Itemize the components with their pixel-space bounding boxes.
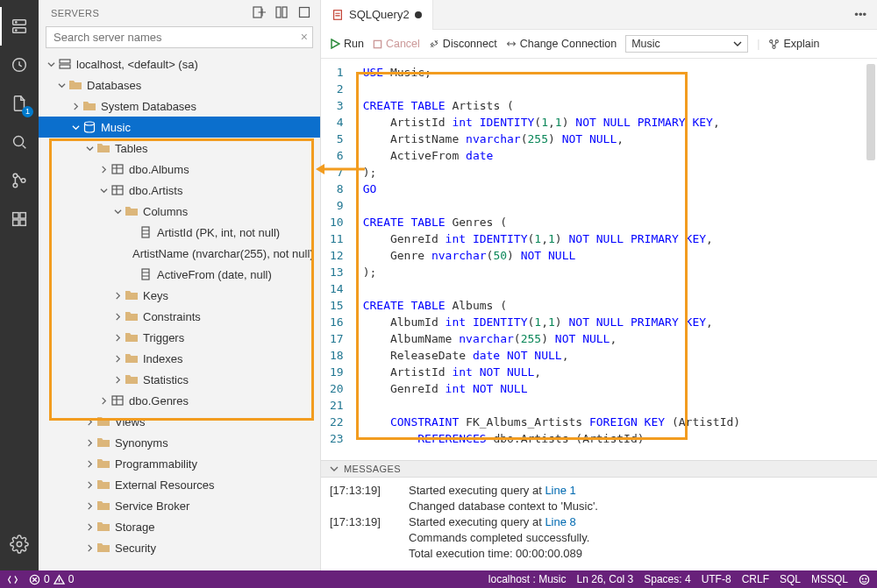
svg-rect-1 (13, 28, 26, 33)
status-cursor[interactable]: Ln 26, Col 3 (577, 573, 634, 585)
svg-point-36 (866, 578, 866, 579)
svg-rect-25 (142, 269, 149, 280)
explain-button[interactable]: Explain (768, 38, 819, 50)
new-connection-icon[interactable] (252, 5, 266, 21)
search-input[interactable] (46, 26, 313, 48)
synonyms-node[interactable]: Synonyms (39, 432, 320, 453)
external-resources-node[interactable]: External Resources (39, 474, 320, 495)
statistics-node[interactable]: Statistics (39, 369, 320, 390)
status-eol[interactable]: CRLF (742, 573, 769, 585)
svg-rect-19 (60, 65, 70, 68)
views-node[interactable]: Views (39, 411, 320, 432)
status-connection[interactable]: localhost : Music (488, 573, 567, 585)
activity-search[interactable] (0, 123, 39, 161)
disconnect-button[interactable]: Disconnect (429, 38, 497, 50)
svg-point-7 (13, 183, 18, 188)
status-language[interactable]: SQL (780, 573, 801, 585)
music-db-node[interactable]: Music (39, 117, 320, 138)
code-editor[interactable]: 1234567891011121314151617181920212223 US… (321, 59, 877, 460)
svg-point-13 (17, 542, 22, 547)
svg-point-5 (14, 137, 24, 146)
programmability-node[interactable]: Programmability (39, 453, 320, 474)
service-broker-node[interactable]: Service Broker (39, 495, 320, 516)
database-select[interactable]: Music (625, 35, 748, 53)
code-content: USE Music; CREATE TABLE Artists ( Artist… (356, 59, 741, 460)
status-problems[interactable]: 0 0 (29, 573, 74, 585)
svg-point-3 (16, 30, 17, 31)
editor-more-actions[interactable]: ••• (844, 8, 877, 21)
tab-title: SQLQuery2 (349, 8, 410, 21)
sql-file-icon (332, 9, 344, 21)
status-remote[interactable] (7, 574, 18, 585)
status-bar: 0 0 localhost : Music Ln 26, Col 3 Space… (0, 570, 877, 588)
chevron-down-icon (330, 464, 339, 473)
message-row: Commands completed successfully. (330, 530, 868, 546)
svg-point-31 (773, 46, 775, 48)
svg-point-35 (862, 578, 863, 579)
columns-node[interactable]: Columns (39, 201, 320, 222)
svg-rect-12 (20, 213, 25, 218)
status-provider[interactable]: MSSQL (811, 573, 848, 585)
server-node[interactable]: localhost, <default> (sa) (39, 53, 320, 74)
change-connection-button[interactable]: Change Connection (506, 38, 617, 50)
indexes-node[interactable]: Indexes (39, 348, 320, 369)
run-button[interactable]: Run (330, 38, 364, 50)
message-link[interactable]: Line 8 (545, 515, 575, 528)
explorer-badge: 1 (22, 106, 33, 117)
new-group-icon[interactable] (275, 5, 289, 21)
svg-rect-17 (300, 8, 310, 18)
svg-rect-9 (13, 213, 18, 218)
svg-point-20 (85, 122, 95, 125)
collapse-icon[interactable] (297, 5, 311, 21)
svg-rect-16 (282, 7, 287, 18)
svg-rect-26 (112, 396, 123, 405)
svg-rect-11 (20, 220, 25, 225)
svg-rect-18 (60, 60, 70, 63)
keys-node[interactable]: Keys (39, 285, 320, 306)
svg-rect-22 (112, 186, 123, 195)
svg-rect-28 (374, 40, 381, 47)
status-encoding[interactable]: UTF-8 (702, 573, 731, 585)
clear-search-icon[interactable]: × (301, 30, 308, 44)
query-toolbar: Run Cancel Disconnect Change Connection … (321, 30, 877, 59)
activity-explorer[interactable]: 1 (0, 84, 39, 123)
chevron-down-icon (733, 39, 742, 48)
status-feedback[interactable] (859, 574, 870, 585)
scrollbar-thumb[interactable] (866, 64, 875, 160)
storage-node[interactable]: Storage (39, 516, 320, 537)
tab-sqlquery2[interactable]: SQLQuery2 (321, 0, 433, 30)
system-databases-node[interactable]: System Databases (39, 96, 320, 117)
svg-rect-15 (276, 7, 281, 18)
column-artistname[interactable]: ArtistName (nvarchar(255), not null) (39, 243, 320, 264)
cancel-button[interactable]: Cancel (373, 38, 420, 50)
sidebar-title: SERVERS (51, 8, 252, 18)
activity-history[interactable] (0, 46, 39, 84)
svg-point-29 (770, 39, 773, 42)
svg-point-30 (776, 39, 779, 42)
security-node[interactable]: Security (39, 537, 320, 558)
triggers-node[interactable]: Triggers (39, 327, 320, 348)
svg-point-34 (859, 575, 868, 584)
tables-node[interactable]: Tables (39, 138, 320, 159)
message-row: Changed database context to 'Music'. (330, 499, 868, 514)
activity-settings[interactable] (0, 525, 39, 563)
messages-panel: [17:13:19]Started executing query at Lin… (321, 478, 877, 570)
editor-tabs: SQLQuery2 ••• (321, 0, 877, 30)
svg-point-8 (21, 179, 25, 183)
table-artists-node[interactable]: dbo.Artists (39, 180, 320, 201)
svg-rect-27 (334, 10, 342, 19)
activity-servers[interactable] (0, 7, 39, 46)
table-genres-node[interactable]: dbo.Genres (39, 390, 320, 411)
column-artistid[interactable]: ArtistId (PK, int, not null) (39, 222, 320, 243)
column-activefrom[interactable]: ActiveFrom (date, null) (39, 264, 320, 285)
messages-header[interactable]: MESSAGES (321, 460, 877, 478)
message-row: [17:13:19]Started executing query at Lin… (330, 514, 868, 530)
status-indent[interactable]: Spaces: 4 (644, 573, 690, 585)
activity-extensions[interactable] (0, 200, 39, 238)
message-row: [17:13:19]Started executing query at Lin… (330, 483, 868, 499)
message-link[interactable]: Line 1 (545, 484, 575, 497)
table-albums-node[interactable]: dbo.Albums (39, 159, 320, 180)
databases-node[interactable]: Databases (39, 74, 320, 96)
activity-source-control[interactable] (0, 161, 39, 200)
constraints-node[interactable]: Constraints (39, 306, 320, 327)
